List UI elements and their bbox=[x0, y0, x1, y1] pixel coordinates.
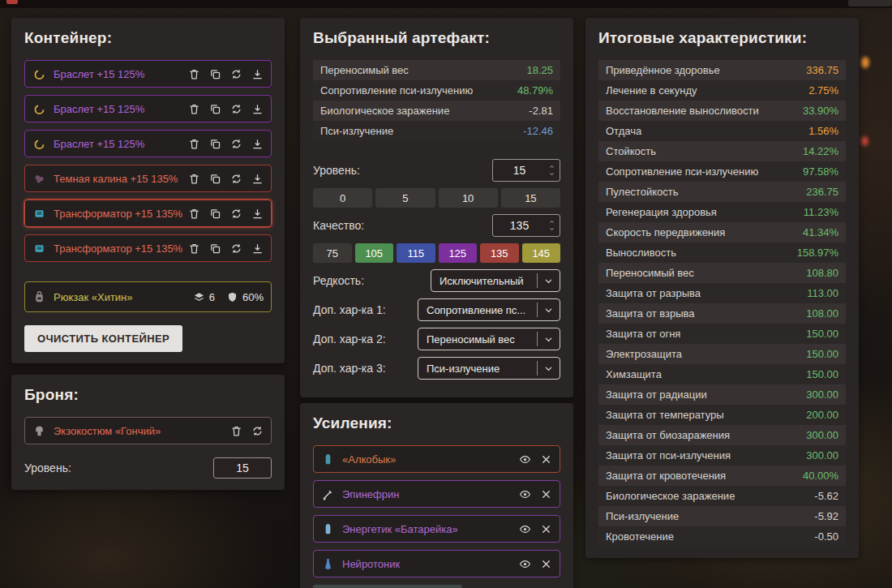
export-item-icon[interactable] bbox=[251, 68, 264, 80]
quality-preset-row: 75 105 115 125 135 145 bbox=[313, 243, 560, 263]
remove-boost-close-icon[interactable] bbox=[540, 558, 552, 570]
spinner-down-icon[interactable] bbox=[548, 226, 555, 232]
rarity-select[interactable]: Исключительный bbox=[431, 269, 560, 292]
container-item[interactable]: Браслет +15 125% bbox=[24, 95, 272, 122]
toggle-visibility-eye-icon[interactable] bbox=[519, 453, 531, 466]
toggle-visibility-eye-icon[interactable] bbox=[519, 488, 531, 500]
extra-stat-2-select[interactable]: Переносимый вес bbox=[418, 328, 560, 350]
quality-preset-135-button[interactable]: 135 bbox=[480, 243, 519, 263]
duplicate-item-icon[interactable] bbox=[209, 173, 221, 185]
backpack-item[interactable]: Рюкзак «Хитин» 6 60% bbox=[24, 281, 272, 312]
boost-item: «Алкобык» bbox=[313, 445, 560, 473]
boost-actions bbox=[519, 558, 552, 570]
reroll-item-icon[interactable] bbox=[230, 208, 242, 220]
extra-stat-3-select[interactable]: Пси-излучение bbox=[418, 357, 560, 380]
stat-label: Защита от взрыва bbox=[606, 307, 701, 320]
stat-value: 150.00 bbox=[806, 328, 838, 340]
stat-label: Переносимый вес bbox=[606, 267, 701, 279]
item-actions bbox=[188, 68, 264, 80]
level-preset-5-button[interactable]: 5 bbox=[375, 188, 435, 208]
armor-level-value: 15 bbox=[236, 461, 249, 474]
total-stat-row: Защита от разрыва113.00 bbox=[598, 283, 846, 303]
spinner-up-icon[interactable] bbox=[548, 219, 555, 225]
delete-item-icon[interactable] bbox=[188, 173, 200, 185]
stat-value: 200.00 bbox=[806, 409, 838, 421]
chevron-down-icon bbox=[543, 334, 554, 345]
armor-item[interactable]: Экзокостюм «Гончий» bbox=[24, 417, 272, 444]
delete-item-icon[interactable] bbox=[188, 103, 200, 115]
level-preset-15-button[interactable]: 15 bbox=[501, 188, 560, 208]
container-item[interactable]: Браслет +15 125% bbox=[24, 60, 272, 88]
reroll-item-icon[interactable] bbox=[230, 68, 242, 80]
export-item-icon[interactable] bbox=[251, 173, 264, 185]
level-spinner[interactable]: 15 bbox=[492, 159, 560, 182]
transformer-icon bbox=[32, 242, 46, 255]
quality-label: Качество: bbox=[313, 219, 364, 232]
stat-label: Химзащита bbox=[606, 368, 668, 380]
stat-label: Пулестойкость bbox=[606, 186, 684, 198]
total-stat-row: Выносливость158.97% bbox=[598, 242, 846, 263]
armor-name: Экзокостюм «Гончий» bbox=[54, 425, 230, 437]
chevron-down-icon bbox=[543, 276, 554, 286]
level-preset-0-button[interactable]: 0 bbox=[313, 188, 372, 208]
stat-value: 2.75% bbox=[808, 84, 838, 97]
reroll-armor-icon[interactable] bbox=[251, 425, 264, 437]
stat-value: 40.00% bbox=[803, 470, 838, 482]
boost-item: Энергетик «Батарейка» bbox=[313, 515, 560, 543]
boosts-title: Усиления: bbox=[313, 414, 560, 432]
reroll-item-icon[interactable] bbox=[230, 242, 242, 255]
remove-boost-close-icon[interactable] bbox=[540, 488, 552, 500]
quality-preset-105-button[interactable]: 105 bbox=[355, 243, 394, 263]
total-stat-row: Электрозащита150.00 bbox=[598, 344, 846, 364]
reroll-item-icon[interactable] bbox=[230, 173, 242, 185]
cutoff-bottom-button[interactable] bbox=[313, 585, 462, 588]
reroll-item-icon[interactable] bbox=[230, 138, 242, 150]
delete-item-icon[interactable] bbox=[188, 68, 200, 80]
export-item-icon[interactable] bbox=[251, 103, 264, 115]
level-preset-10-button[interactable]: 10 bbox=[439, 188, 498, 208]
delete-item-icon[interactable] bbox=[188, 138, 200, 150]
remove-boost-close-icon[interactable] bbox=[540, 453, 552, 466]
toggle-visibility-eye-icon[interactable] bbox=[519, 523, 531, 535]
reroll-item-icon[interactable] bbox=[230, 103, 242, 115]
extra-stat-1-select[interactable]: Сопротивление пс... bbox=[418, 298, 560, 321]
container-item[interactable]: Браслет +15 125% bbox=[24, 130, 272, 157]
duplicate-item-icon[interactable] bbox=[209, 208, 221, 220]
spinner-arrows bbox=[546, 164, 560, 177]
quality-preset-125-button[interactable]: 125 bbox=[439, 243, 478, 263]
delete-item-icon[interactable] bbox=[188, 208, 200, 220]
container-item[interactable]: Трансформатор +15 135% bbox=[24, 234, 272, 262]
export-item-icon[interactable] bbox=[251, 208, 264, 220]
berries-icon bbox=[32, 172, 46, 186]
toggle-visibility-eye-icon[interactable] bbox=[519, 558, 531, 570]
armor-level-input[interactable]: 15 bbox=[213, 457, 272, 479]
spinner-up-icon[interactable] bbox=[548, 164, 555, 170]
clear-container-button[interactable]: ОЧИСТИТЬ КОНТЕЙНЕР bbox=[24, 325, 182, 352]
stat-value: 41.34% bbox=[803, 226, 838, 238]
duplicate-item-icon[interactable] bbox=[209, 242, 221, 255]
container-item[interactable]: Темная калина +15 135% bbox=[24, 165, 272, 192]
quality-preset-75-button[interactable]: 75 bbox=[313, 243, 352, 263]
artifact-stat-table: Переносимый вес 18.25 Сопротивление пси-… bbox=[313, 60, 560, 141]
stat-value: 150.00 bbox=[806, 368, 838, 380]
extra-stat-3-value: Пси-излучение bbox=[427, 363, 532, 375]
bracelet-icon bbox=[32, 67, 46, 81]
quality-preset-145-button[interactable]: 145 bbox=[522, 243, 561, 263]
remove-boost-close-icon[interactable] bbox=[540, 523, 552, 535]
container-item-selected[interactable]: Трансформатор +15 135% bbox=[24, 200, 272, 227]
quality-spinner[interactable]: 135 bbox=[492, 214, 560, 237]
export-item-icon[interactable] bbox=[251, 242, 264, 255]
total-stat-row: Защита от пси-излучения300.00 bbox=[598, 445, 846, 466]
top-right-cutoff-button[interactable] bbox=[848, 0, 892, 6]
delete-item-icon[interactable] bbox=[188, 242, 200, 255]
chevron-down-icon bbox=[543, 305, 554, 315]
duplicate-item-icon[interactable] bbox=[209, 103, 221, 115]
delete-armor-icon[interactable] bbox=[230, 425, 242, 437]
duplicate-item-icon[interactable] bbox=[209, 138, 221, 150]
spinner-down-icon[interactable] bbox=[548, 171, 555, 177]
export-item-icon[interactable] bbox=[251, 138, 264, 150]
stat-label: Защита от пси-излучения bbox=[606, 449, 737, 461]
stat-label: Пси-излучение bbox=[320, 125, 400, 137]
quality-preset-115-button[interactable]: 115 bbox=[397, 243, 435, 263]
duplicate-item-icon[interactable] bbox=[209, 68, 221, 80]
